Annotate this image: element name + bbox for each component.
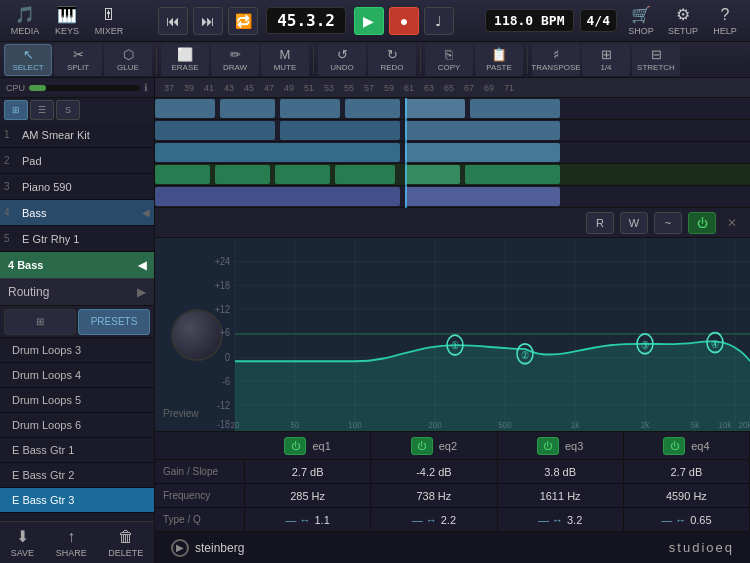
track-item-1[interactable]: 1 AM Smear Kit [0,122,154,148]
eq-tilde-button[interactable]: ~ [654,212,682,234]
svg-text:+24: +24 [215,255,231,267]
browser-item-drum3[interactable]: Drum Loops 3 [0,338,154,363]
eq-close-button[interactable]: ✕ [722,213,742,233]
clip[interactable] [155,187,400,206]
glue-tool[interactable]: ⬡ GLUE [104,44,152,76]
clip[interactable] [280,121,400,140]
eq-graph[interactable]: Preview [155,238,750,431]
browser-item-drum6[interactable]: Drum Loops 6 [0,413,154,438]
delete-button[interactable]: 🗑 DELETE [108,528,143,558]
gain-eq2[interactable]: -4.2 dB [371,460,497,483]
clip[interactable] [335,165,395,184]
shop-button[interactable]: 🛒 SHOP [620,2,662,40]
clip[interactable] [405,121,560,140]
preset-tab-grid[interactable]: ⊞ [4,309,76,335]
time-sig-display[interactable]: 4/4 [580,9,617,32]
help-button[interactable]: ? HELP [704,2,746,40]
quantize-tool[interactable]: ⊞ 1/4 [582,44,630,76]
clip[interactable] [220,99,275,118]
copy-tool[interactable]: ⎘ COPY [425,44,473,76]
clip[interactable] [405,143,560,162]
track-item-5[interactable]: 5 E Gtr Rhy 1 [0,226,154,252]
eq4-power-button[interactable]: ⏻ [663,437,685,455]
split-tool[interactable]: ✂ SPLIT [54,44,102,76]
redo-tool[interactable]: ↻ REDO [368,44,416,76]
mute-tool[interactable]: M MUTE [261,44,309,76]
routing-section[interactable]: Routing ▶ [0,278,154,306]
stretch-tool[interactable]: ⊟ STRETCH [632,44,680,76]
help-icon: ? [721,6,730,24]
typeq-eq3[interactable]: — ↔ 3.2 [498,508,624,531]
draw-tool[interactable]: ✏ DRAW [211,44,259,76]
rewind-button[interactable]: ⏮ [158,7,188,35]
clip[interactable] [275,165,330,184]
freq-eq1[interactable]: 285 Hz [245,484,371,507]
loop-button[interactable]: 🔁 [228,7,258,35]
clip[interactable] [280,99,340,118]
eq2-label: eq2 [439,440,457,452]
clip[interactable] [215,165,270,184]
eq-w-button[interactable]: W [620,212,648,234]
eq2-power-button[interactable]: ⏻ [411,437,433,455]
preset-tab-star[interactable]: PRESETS [78,309,150,335]
mode-btn-list[interactable]: ☰ [30,100,54,120]
eq-r-button[interactable]: R [586,212,614,234]
eq1-power-button[interactable]: ⏻ [284,437,306,455]
right-panel: 37 39 41 43 45 47 49 51 53 55 57 59 61 6… [155,78,750,563]
gain-eq1[interactable]: 2.7 dB [245,460,371,483]
clip[interactable] [155,121,275,140]
browser-item-ebass3[interactable]: E Bass Gtr 3 [0,488,154,513]
mode-btn-s[interactable]: S [56,100,80,120]
eq3-power-button[interactable]: ⏻ [537,437,559,455]
mixer-button[interactable]: 🎚 MIXER [88,2,130,40]
freq-row: Frequency 285 Hz 738 Hz 1611 Hz 4590 Hz [155,484,750,508]
typeq-eq1[interactable]: — ↔ 1.1 [245,508,371,531]
track-item-4[interactable]: 4 Bass ◀ [0,200,154,226]
record-button[interactable]: ● [389,7,419,35]
share-button[interactable]: ↑ SHARE [56,528,87,558]
clip[interactable] [405,187,560,206]
transpose-tool[interactable]: ♯ TRANSPOSE [532,44,580,76]
clip[interactable] [405,165,460,184]
browser-item-drum5[interactable]: Drum Loops 5 [0,388,154,413]
undo-tool[interactable]: ↺ UNDO [318,44,366,76]
paste-tool[interactable]: 📋 PASTE [475,44,523,76]
clip[interactable] [155,143,400,162]
info-icon[interactable]: ℹ [144,82,148,93]
clip[interactable] [345,99,400,118]
eq-power-button[interactable]: ⏻ [688,212,716,234]
bpm-display[interactable]: 118.0 BPM [485,9,573,32]
browser-item-ebass4[interactable]: E Bass Gtr 4 [0,513,154,521]
freq-eq3[interactable]: 1611 Hz [498,484,624,507]
play-button[interactable]: ▶ [354,7,384,35]
clip[interactable] [465,165,560,184]
forward-button[interactable]: ⏭ [193,7,223,35]
routing-label: Routing [8,285,49,299]
media-button[interactable]: 🎵 MEDIA [4,2,46,40]
track-item-2[interactable]: 2 Pad [0,148,154,174]
browser-item-drum4[interactable]: Drum Loops 4 [0,363,154,388]
gain-eq3[interactable]: 3.8 dB [498,460,624,483]
keys-button[interactable]: 🎹 KEYS [46,2,88,40]
instrument-selector[interactable]: 4 Bass ◀ [0,252,154,278]
clip[interactable] [155,99,215,118]
select-tool[interactable]: ↖ SELECT [4,44,52,76]
clip[interactable] [405,99,465,118]
erase-tool[interactable]: ⬜ ERASE [161,44,209,76]
freq-eq2[interactable]: 738 Hz [371,484,497,507]
browser-item-ebass1[interactable]: E Bass Gtr 1 [0,438,154,463]
typeq-eq4[interactable]: — ↔ 0.65 [624,508,750,531]
gain-eq4[interactable]: 2.7 dB [624,460,750,483]
freq-eq4[interactable]: 4590 Hz [624,484,750,507]
eq-svg: +24 +18 +12 +6 0 -6 -12 -18 20 50 100 20… [155,238,750,431]
typeq-eq2[interactable]: — ↔ 2.2 [371,508,497,531]
mode-btn-grid[interactable]: ⊞ [4,100,28,120]
cpu-label: CPU [6,83,25,93]
setup-button[interactable]: ⚙ SETUP [662,2,704,40]
browser-item-ebass2[interactable]: E Bass Gtr 2 [0,463,154,488]
save-button[interactable]: ⬇ SAVE [11,527,34,558]
metronome-button[interactable]: ♩ [424,7,454,35]
clip[interactable] [155,165,210,184]
clip[interactable] [470,99,560,118]
track-item-3[interactable]: 3 Piano 590 [0,174,154,200]
